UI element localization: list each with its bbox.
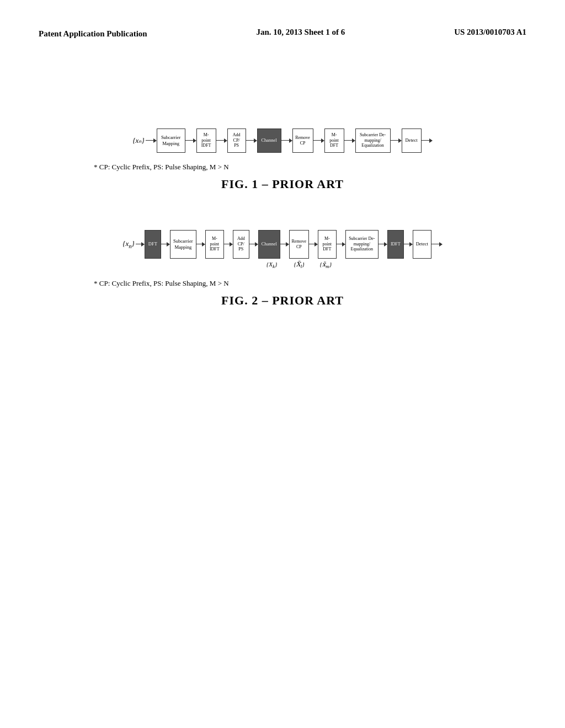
fig2-block-dft-input: DFT [145, 230, 161, 259]
fig2-block-remove-cp: RemoveCP [289, 230, 309, 259]
fig2-block-detect: Detect [413, 230, 431, 259]
fig1-note: * CP: Cyclic Prefix, PS: Pulse Shaping, … [94, 163, 229, 172]
arrow [313, 138, 324, 143]
fig1-block-idft: M-pointIDFT [196, 129, 216, 153]
fig1-section: {xₙ} SubcarrierMapping M-pointIDFT AddCP… [39, 129, 526, 208]
fig1-diagram: {xₙ} SubcarrierMapping M-pointIDFT AddCP… [39, 129, 526, 153]
arrow [185, 138, 196, 143]
arrow [216, 138, 227, 143]
arrow [161, 242, 170, 247]
arrow [196, 242, 205, 247]
fig2-block-add-cp: AddCP/PS [233, 230, 249, 259]
arrow [344, 138, 355, 143]
arrow [249, 242, 258, 247]
arrow [309, 242, 318, 247]
fig2-sub-labels: {Xk} {X̃l} {x̃m} [50, 261, 515, 269]
date-sheet-label: Jan. 10, 2013 Sheet 1 of 6 [256, 28, 345, 37]
fig2-sub-label-xk: {Xk} [266, 261, 278, 269]
fig2-block-subcarrier-mapping: SubcarrierMapping [170, 230, 196, 259]
fig1-block-detect: Detect [402, 129, 422, 153]
arrow [422, 138, 433, 143]
fig2-block-dft: M-pointDFT [318, 230, 337, 259]
fig1-block-subcarrier-demapping: Subcarrier De-mapping/Equalization [355, 129, 391, 153]
fig2-main-row: {xn} DFT SubcarrierMapping M-pointIDFT [50, 230, 515, 259]
fig2-note: * CP: Cyclic Prefix, PS: Pulse Shaping, … [94, 279, 229, 288]
arrow [246, 138, 257, 143]
arrow [146, 138, 157, 143]
fig2-diagram-wrapper: {xn} DFT SubcarrierMapping M-pointIDFT [39, 230, 526, 269]
fig1-title: FIG. 1 – PRIOR ART [221, 177, 344, 191]
fig2-section: {xn} DFT SubcarrierMapping M-pointIDFT [39, 230, 526, 324]
arrow [391, 138, 402, 143]
patent-number-label: US 2013/0010703 A1 [454, 28, 526, 37]
fig2-block-idft: M-pointIDFT [205, 230, 224, 259]
fig1-block-subcarrier-mapping: SubcarrierMapping [157, 129, 185, 153]
fig1-block-add-cp: AddCP/PS [227, 129, 246, 153]
publication-label: Patent Application Publication [39, 28, 147, 40]
fig1-block-channel: Channel [257, 129, 281, 153]
arrow [404, 242, 413, 247]
arrow [280, 242, 289, 247]
arrow [379, 242, 387, 247]
fig2-sub-label-xm: {x̃m} [320, 261, 332, 269]
fig2-input-arrow [136, 242, 145, 247]
header: Patent Application Publication Jan. 10, … [39, 28, 526, 40]
fig2-block-channel: Channel [258, 230, 280, 259]
fig2-block-idft-output: IDFT [387, 230, 404, 259]
fig1-block-remove-cp: RemoveCP [292, 129, 313, 153]
fig2-input-label: {xn} [122, 239, 135, 249]
arrow [337, 242, 345, 247]
fig1-block-dft: M-pointDFT [324, 129, 344, 153]
arrow [281, 138, 292, 143]
fig2-title: FIG. 2 – PRIOR ART [221, 293, 344, 308]
fig2-input: {xn} [122, 239, 135, 249]
fig2-block-subcarrier-demapping: Subcarrier De-mapping/Equalization [345, 230, 379, 259]
fig1-input: {xₙ} [132, 136, 144, 145]
fig1-input-label: {xₙ} [132, 136, 144, 145]
page: Patent Application Publication Jan. 10, … [0, 0, 565, 728]
arrow [431, 242, 443, 247]
fig2-sub-label-xl: {X̃l} [294, 261, 304, 269]
arrow [224, 242, 233, 247]
